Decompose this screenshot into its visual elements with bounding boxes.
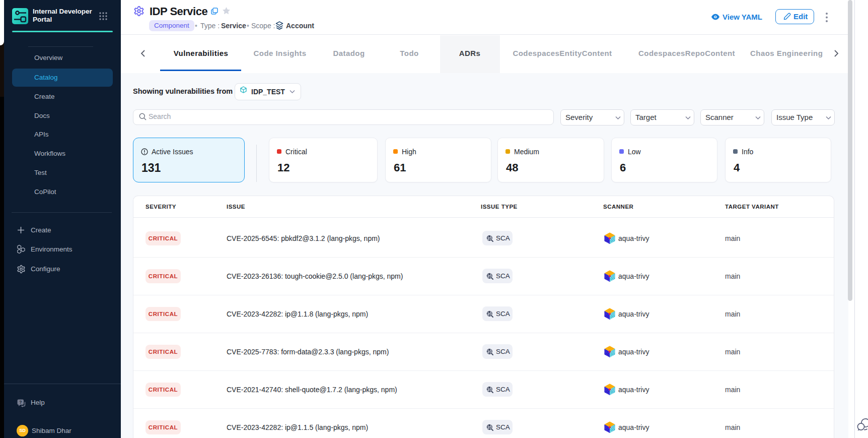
svg-text:?: ? <box>19 400 22 405</box>
